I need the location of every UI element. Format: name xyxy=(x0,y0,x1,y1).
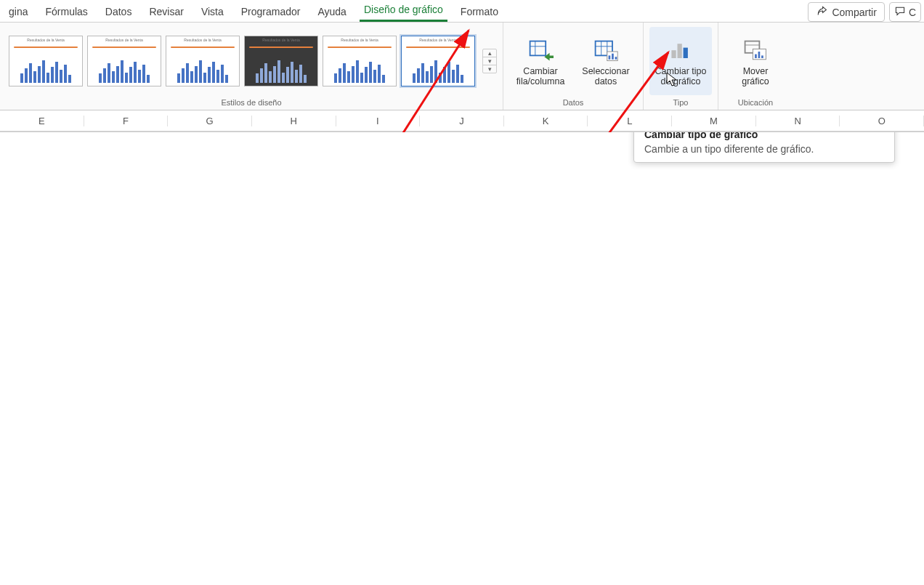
move-chart-icon xyxy=(742,39,769,63)
ribbon-tab[interactable]: Datos xyxy=(101,2,137,22)
comment-icon xyxy=(894,5,906,19)
svg-rect-18 xyxy=(758,52,761,58)
group-label-type: Tipo xyxy=(673,97,689,108)
ribbon-tabs: ginaFórmulasDatosRevisarVistaProgramador… xyxy=(0,0,924,23)
column-header[interactable]: E xyxy=(0,116,84,126)
column-header[interactable]: G xyxy=(168,116,252,126)
ribbon-tab[interactable]: Vista xyxy=(197,2,228,22)
change-chart-type-button[interactable]: Cambiar tipode gráfico xyxy=(649,27,712,95)
chart-style-thumb[interactable]: Resultados de la Venta xyxy=(9,36,83,86)
move-chart-label: Movergráfico xyxy=(742,66,769,87)
select-data-label: Seleccionardatos xyxy=(582,66,629,87)
chart-style-thumb[interactable]: Resultados de la Venta xyxy=(87,36,161,86)
column-header[interactable]: O xyxy=(840,116,924,126)
ribbon-tab[interactable]: Ayuda xyxy=(313,2,350,22)
svg-rect-17 xyxy=(755,54,757,57)
ribbon-tab[interactable]: Programador xyxy=(237,2,305,22)
comments-button[interactable]: C xyxy=(889,2,921,22)
column-header[interactable]: K xyxy=(504,116,588,126)
chart-styles-gallery: Resultados de la VentaResultados de la V… xyxy=(6,31,478,91)
svg-rect-8 xyxy=(609,55,611,59)
switch-row-col-icon xyxy=(527,39,554,63)
chart-style-thumb[interactable]: Resultados de la Venta xyxy=(323,36,397,86)
share-icon xyxy=(816,5,827,19)
svg-rect-12 xyxy=(677,44,681,58)
ribbon-tab[interactable]: Fórmulas xyxy=(41,2,92,22)
select-data-button[interactable]: Seleccionardatos xyxy=(575,27,637,95)
worksheet: EFGHIJKLMNO www.ninjadelexcel.com Result… xyxy=(0,110,924,132)
group-location: Movergráfico Ubicación xyxy=(718,23,793,110)
group-chart-styles: Resultados de la VentaResultados de la V… xyxy=(0,23,503,110)
column-header[interactable]: N xyxy=(756,116,840,126)
column-header[interactable]: J xyxy=(420,116,504,126)
svg-rect-13 xyxy=(684,47,688,57)
gallery-up-icon[interactable]: ▴ xyxy=(483,49,496,57)
move-chart-button[interactable]: Movergráfico xyxy=(724,27,787,95)
group-label-styles: Estilos de diseño xyxy=(221,97,281,108)
column-header[interactable]: M xyxy=(672,116,756,126)
change-chart-type-icon xyxy=(668,39,694,63)
ribbon-tab[interactable]: Revisar xyxy=(145,2,187,22)
ribbon-body: Resultados de la VentaResultados de la V… xyxy=(0,23,924,110)
svg-rect-19 xyxy=(761,55,763,58)
ribbon-tab[interactable]: Formato xyxy=(456,2,503,22)
share-button[interactable]: Compartir xyxy=(808,2,884,22)
column-header[interactable]: H xyxy=(252,116,336,126)
svg-rect-11 xyxy=(671,50,676,58)
svg-rect-0 xyxy=(530,41,546,55)
column-header[interactable]: F xyxy=(84,116,169,126)
group-label-location: Ubicación xyxy=(738,97,773,108)
column-header[interactable]: I xyxy=(336,116,421,126)
ribbon-tab[interactable]: gina xyxy=(4,2,32,22)
change-chart-type-label: Cambiar tipode gráfico xyxy=(655,66,707,87)
chart-style-thumb[interactable]: Resultados de la Venta xyxy=(166,36,240,86)
chart-style-thumb[interactable]: Resultados de la Venta xyxy=(401,36,475,86)
group-label-data: Datos xyxy=(563,97,584,108)
share-label: Compartir xyxy=(832,7,876,18)
gallery-scroll: ▴ ▾ ▾ xyxy=(482,49,497,73)
column-header[interactable]: L xyxy=(588,116,672,126)
chart-style-thumb[interactable]: Resultados de la Venta xyxy=(244,36,318,86)
ribbon-tab[interactable]: Diseño de gráfico xyxy=(360,0,447,22)
gallery-down-icon[interactable]: ▾ xyxy=(483,57,496,65)
comments-label: C xyxy=(909,7,916,18)
svg-rect-10 xyxy=(615,57,617,60)
switch-row-col-label: Cambiarfila/columna xyxy=(516,66,565,87)
select-data-icon xyxy=(593,39,619,63)
group-data: Cambiarfila/columna Seleccionardatos Dat… xyxy=(503,23,644,110)
column-headers: EFGHIJKLMNO xyxy=(0,110,924,132)
svg-rect-9 xyxy=(612,53,614,59)
group-type: Cambiar tipode gráfico Tipo xyxy=(644,23,718,110)
gallery-more-icon[interactable]: ▾ xyxy=(483,65,496,73)
switch-row-col-button[interactable]: Cambiarfila/columna xyxy=(509,27,572,95)
